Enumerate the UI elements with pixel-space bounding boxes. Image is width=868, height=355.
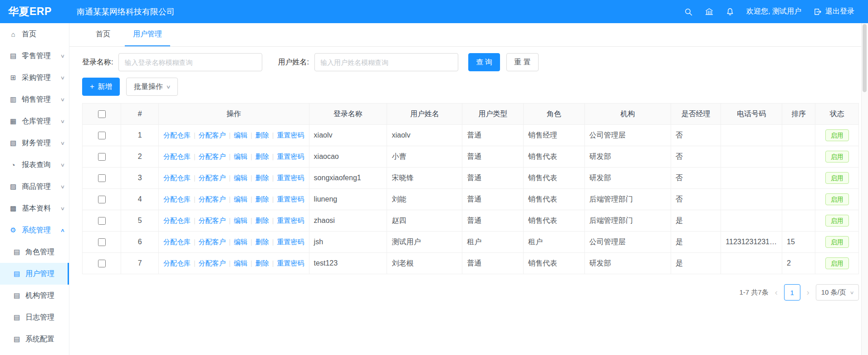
batch-operations-button[interactable]: 批量操作 ∨	[126, 78, 178, 96]
op-edit-link[interactable]: 编辑	[234, 153, 247, 160]
status-badge[interactable]: 启用	[825, 236, 849, 248]
sidebar-item-report[interactable]: ◔报表查询∨	[0, 154, 69, 176]
op-reset-password-link[interactable]: 重置密码	[277, 238, 304, 246]
sidebar-item-product[interactable]: ▨商品管理∨	[0, 176, 69, 197]
tab-user-management[interactable]: 用户管理	[125, 23, 170, 46]
op-assign-customer-link[interactable]: 分配客户	[199, 217, 226, 224]
sidebar-item-retail[interactable]: ▤零售管理∨	[0, 45, 69, 67]
op-delete-link[interactable]: 删除	[255, 174, 269, 182]
select-all-checkbox[interactable]	[98, 110, 106, 118]
row-checkbox[interactable]	[98, 196, 106, 203]
prev-page-icon[interactable]: ‹	[774, 288, 779, 297]
op-delete-link[interactable]: 删除	[255, 259, 269, 267]
op-assign-warehouse-link[interactable]: 分配仓库	[163, 217, 191, 224]
op-assign-warehouse-link[interactable]: 分配仓库	[163, 174, 191, 182]
select-all-header	[83, 104, 121, 125]
sidebar-item-system[interactable]: ⚙系统管理∧	[0, 219, 69, 241]
row-checkbox[interactable]	[98, 238, 106, 246]
column-header: #	[121, 104, 158, 125]
status-badge[interactable]: 启用	[825, 151, 849, 163]
op-assign-warehouse-link[interactable]: 分配仓库	[163, 131, 191, 139]
op-delete-link[interactable]: 删除	[255, 238, 269, 246]
sidebar-subitem-log[interactable]: ▤日志管理	[0, 306, 69, 328]
op-assign-warehouse-link[interactable]: 分配仓库	[163, 195, 191, 203]
table-row: 2分配仓库|分配客户|编辑|删除|重置密码xiaocao小曹普通销售代表研发部否…	[83, 146, 859, 168]
row-checkbox[interactable]	[98, 132, 106, 139]
sidebar-subitem-user[interactable]: ▤用户管理	[0, 263, 69, 285]
sidebar-subitem-org[interactable]: ▤机构管理	[0, 285, 69, 306]
user-type-cell: 普通	[462, 253, 524, 274]
op-delete-link[interactable]: 删除	[255, 131, 269, 139]
status-badge[interactable]: 启用	[825, 193, 849, 205]
op-reset-password-link[interactable]: 重置密码	[277, 217, 304, 224]
sidebar-item-finance[interactable]: ▧财务管理∨	[0, 132, 69, 154]
op-edit-link[interactable]: 编辑	[234, 174, 247, 182]
op-assign-customer-link[interactable]: 分配客户	[199, 195, 226, 203]
scrollbar[interactable]	[861, 23, 868, 355]
row-checkbox[interactable]	[98, 260, 106, 267]
op-reset-password-link[interactable]: 重置密码	[277, 174, 304, 182]
op-reset-password-link[interactable]: 重置密码	[277, 131, 304, 139]
op-delete-link[interactable]: 删除	[255, 195, 269, 203]
sidebar-item-sales[interactable]: ▥销售管理∨	[0, 89, 69, 110]
sidebar-subitem-role[interactable]: ▤角色管理	[0, 241, 69, 263]
op-assign-warehouse-link[interactable]: 分配仓库	[163, 153, 191, 160]
op-edit-link[interactable]: 编辑	[234, 131, 247, 139]
op-separator: |	[272, 174, 274, 182]
op-edit-link[interactable]: 编辑	[234, 259, 247, 267]
sidebar-item-warehouse[interactable]: ▦仓库管理∨	[0, 110, 69, 132]
search-icon[interactable]	[684, 7, 693, 16]
op-separator: |	[194, 153, 196, 160]
chevron-down-icon: ∨	[849, 290, 854, 295]
chevron-down-icon: ∨	[60, 118, 65, 124]
page-size-select[interactable]: 10 条/页 ∨	[816, 284, 859, 301]
chevron-down-icon: ∨	[60, 97, 65, 103]
op-assign-customer-link[interactable]: 分配客户	[199, 259, 226, 267]
op-delete-link[interactable]: 删除	[255, 217, 269, 224]
row-checkbox[interactable]	[98, 217, 106, 225]
sidebar-subitem-config[interactable]: ▤系统配置	[0, 328, 69, 350]
document-icon: ▤	[12, 291, 22, 300]
organization-cell: 研发部	[584, 253, 671, 274]
sidebar-subitem-label: 系统配置	[25, 335, 54, 344]
status-badge[interactable]: 启用	[825, 129, 849, 141]
logout-button[interactable]: 退出登录	[813, 7, 854, 16]
op-separator: |	[194, 260, 196, 267]
tab-home[interactable]: 首页	[88, 23, 118, 46]
op-edit-link[interactable]: 编辑	[234, 195, 247, 203]
op-edit-link[interactable]: 编辑	[234, 238, 247, 246]
query-button[interactable]: 查 询	[468, 53, 500, 71]
row-checkbox[interactable]	[98, 174, 106, 182]
scrollbar-thumb[interactable]	[863, 24, 867, 92]
op-reset-password-link[interactable]: 重置密码	[277, 259, 304, 267]
status-badge[interactable]: 启用	[825, 257, 849, 269]
op-delete-link[interactable]: 删除	[255, 153, 269, 160]
op-assign-warehouse-link[interactable]: 分配仓库	[163, 238, 191, 246]
op-assign-customer-link[interactable]: 分配客户	[199, 153, 226, 160]
op-assign-customer-link[interactable]: 分配客户	[199, 174, 226, 182]
add-button[interactable]: + 新增	[82, 78, 120, 96]
row-checkbox[interactable]	[98, 153, 106, 161]
op-assign-customer-link[interactable]: 分配客户	[199, 131, 226, 139]
sidebar-item-home[interactable]: ⌂首页	[0, 23, 69, 45]
chevron-down-icon: ∨	[60, 53, 65, 59]
batch-button-label: 批量操作	[134, 82, 163, 92]
organization-cell: 研发部	[584, 168, 671, 189]
op-reset-password-link[interactable]: 重置密码	[277, 153, 304, 160]
bell-icon[interactable]	[726, 7, 735, 16]
login-name-input[interactable]	[118, 53, 262, 71]
page-number[interactable]: 1	[784, 284, 800, 301]
op-reset-password-link[interactable]: 重置密码	[277, 195, 304, 203]
status-badge[interactable]: 启用	[825, 172, 849, 184]
user-name-input[interactable]	[314, 53, 458, 71]
next-page-icon[interactable]: ›	[806, 288, 810, 297]
status-badge[interactable]: 启用	[825, 215, 849, 227]
building-icon[interactable]	[705, 7, 714, 16]
app-logo[interactable]: 华夏ERP	[0, 5, 69, 19]
op-assign-warehouse-link[interactable]: 分配仓库	[163, 259, 191, 267]
op-edit-link[interactable]: 编辑	[234, 217, 247, 224]
op-assign-customer-link[interactable]: 分配客户	[199, 238, 226, 246]
sidebar-item-purchase[interactable]: ⊞采购管理∨	[0, 67, 69, 89]
sidebar-item-basedata[interactable]: ▩基本资料∨	[0, 197, 69, 219]
reset-button[interactable]: 重 置	[506, 53, 538, 71]
